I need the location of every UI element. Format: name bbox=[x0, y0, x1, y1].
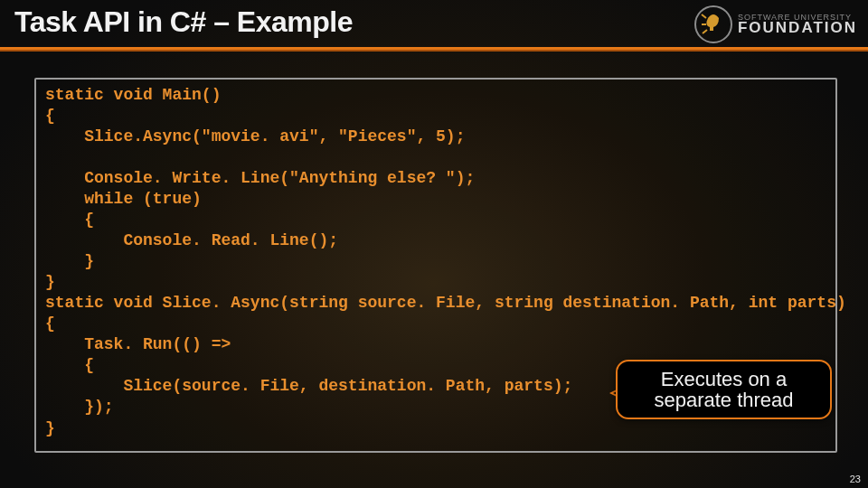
code-line: }); bbox=[45, 398, 114, 416]
brand-logo: SOFTWARE UNIVERSITY FOUNDATION bbox=[694, 5, 857, 43]
slide-header: Task API in C# – Example SOFTWARE UNIVER… bbox=[0, 0, 868, 63]
brand-text-line2: FOUNDATION bbox=[738, 21, 857, 35]
code-line: { bbox=[45, 356, 94, 374]
brand-text: SOFTWARE UNIVERSITY FOUNDATION bbox=[738, 14, 857, 36]
annotation-callout: Executes on a separate thread bbox=[616, 360, 832, 419]
callout-line1: Executes on a bbox=[661, 369, 787, 389]
code-line: Console. Read. Line(); bbox=[45, 231, 338, 249]
code-line: { bbox=[45, 314, 55, 333]
code-line: Slice.Async("movie. avi", "Pieces", 5); bbox=[45, 127, 465, 145]
code-line: } bbox=[45, 252, 94, 270]
lightbulb-icon bbox=[694, 5, 732, 43]
code-line: } bbox=[45, 273, 55, 291]
code-line: { bbox=[45, 107, 55, 125]
callout-line2: separate thread bbox=[654, 389, 793, 410]
code-line: static void Main() bbox=[45, 86, 221, 104]
page-number: 23 bbox=[850, 474, 861, 484]
code-line: { bbox=[45, 211, 94, 229]
code-line: } bbox=[45, 419, 55, 437]
code-line: static void Slice. Async(string source. … bbox=[45, 294, 846, 312]
code-line: Console. Write. Line("Anything else? "); bbox=[45, 169, 475, 187]
code-line: Task. Run(() => bbox=[45, 335, 231, 353]
code-line: while (true) bbox=[45, 190, 202, 208]
slide-title: Task API in C# – Example bbox=[14, 5, 353, 39]
title-underline bbox=[0, 47, 868, 52]
code-line: Slice(source. File, destination. Path, p… bbox=[45, 377, 572, 395]
